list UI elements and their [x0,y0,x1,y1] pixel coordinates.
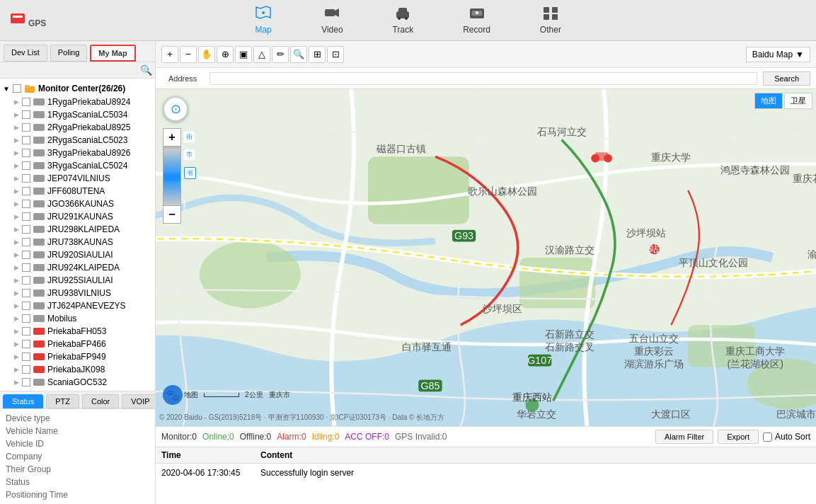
zoom-out-button[interactable]: − [163,205,181,224]
tree-root[interactable]: ▼ Monitor Center(26/26) [3,81,152,96]
checkbox[interactable] [22,276,30,285]
list-item[interactable]: ▶ JFF608UTENA [3,185,152,197]
list-item[interactable]: ▶ JRU924KLAIPEDA [3,261,152,274]
checkbox[interactable] [22,289,30,297]
acc-status: ACC OFF:0 [345,432,389,442]
list-item[interactable]: ▶ PriekabaFH053 [3,325,152,338]
list-item[interactable]: ▶ 3RygaPriekabaU8926 [3,147,152,159]
list-item[interactable]: ▶ 3RygaScaniaLC5024 [3,159,152,172]
checkbox[interactable] [22,353,30,361]
checkbox[interactable] [22,136,30,144]
checkbox[interactable] [22,340,30,348]
toolbar-poly[interactable]: △ [253,46,270,63]
toolbar-grid[interactable]: ⊞ [309,46,326,63]
checkbox[interactable] [22,187,30,195]
nav-item-video[interactable]: Video [307,1,357,39]
tab-ptz[interactable]: PTZ [46,394,79,408]
alarm-filter-button[interactable]: Alarm Filter [655,430,713,444]
vehicle-icon [33,379,45,386]
map-controls: ⊙ [163,96,188,122]
toolbar-zoom-in[interactable]: + [161,46,178,63]
map-type-map[interactable]: 地图 [754,93,783,109]
checkbox[interactable] [22,174,30,183]
list-item[interactable]: ▶ Mobilus [3,312,152,325]
info-label: Their Group [6,464,69,474]
list-item[interactable]: ▶ PriekabaFP466 [3,338,152,350]
list-item[interactable]: ▶ PriekabaJK098 [3,363,152,376]
list-item[interactable]: ▶ PriekabaFP949 [3,350,152,363]
toolbar-pan[interactable]: ✋ [198,46,215,63]
svg-text:重庆大学: 重庆大学 [651,151,691,163]
tree-expand-icon: ▶ [14,213,19,220]
tab-my-map[interactable]: My Map [90,45,135,62]
vehicle-icon [33,340,45,348]
checkbox[interactable] [22,200,30,208]
checkbox[interactable] [22,110,30,119]
toolbar-draw[interactable]: ✏ [272,46,289,63]
checkbox[interactable] [22,225,30,234]
svg-text:石新路交叉: 石新路交叉 [545,341,594,353]
toolbar-rect[interactable]: ▣ [235,46,252,63]
checkbox[interactable] [22,302,30,310]
zoom-in-button[interactable]: + [163,128,181,147]
checkbox[interactable] [22,123,30,132]
nav-item-map[interactable]: Map [241,1,286,39]
gps-status: GPS Invalid:0 [395,432,447,442]
list-item[interactable]: ▶ JGO366KAUNAS [3,197,152,210]
nav-item-other[interactable]: Other [526,1,575,39]
checkbox[interactable] [22,263,30,272]
toolbar-zoom-out[interactable]: − [180,46,197,63]
compass-button[interactable]: ⊙ [163,96,188,122]
tab-voip[interactable]: VOIP [122,394,159,408]
device-name: 3RygaPriekabaU8926 [47,148,130,158]
list-item[interactable]: ▶ JRU291KAUNAS [3,210,152,223]
nav-items: Map Video Track [241,1,575,39]
nav-item-record[interactable]: Record [449,1,505,39]
toolbar-search[interactable]: 🔍 [290,46,307,63]
nav-record-label: Record [463,25,490,35]
search-button[interactable]: Search [763,71,810,86]
map-type-selector[interactable]: Baidu Map ▼ [746,47,810,62]
list-item[interactable]: ▶ ScaniaGOC532 [3,376,152,389]
checkbox[interactable] [22,327,30,336]
list-item[interactable]: ▶ JRU925SIAULIAI [3,274,152,287]
right-content: + − ✋ ⊕ ▣ △ ✏ 🔍 ⊞ ⊡ Baidu Map ▼ Address … [156,41,816,504]
sidebar-search-icon[interactable]: 🔍 [140,64,152,76]
list-item[interactable]: ▶ 1RygaScaniaLC5034 [3,108,152,121]
list-item[interactable]: ▶ JRU298KLAIPEDA [3,223,152,236]
map-type-satellite[interactable]: 卫星 [784,93,812,109]
info-label: Device type [6,413,69,423]
toolbar-circle[interactable]: ⊕ [217,46,234,63]
tab-status[interactable]: Status [3,394,43,408]
tab-color[interactable]: Color [82,394,119,408]
device-tree[interactable]: ▼ Monitor Center(26/26) ▶ 1RygaPriekabaU… [0,79,155,391]
checkbox[interactable] [22,251,30,259]
map-container[interactable]: 磁器口古镇 石马河立交 歌乐山森林公园 重庆大学 鸿恩寺森林公园 重庆花卉公园 … [156,89,816,426]
list-item[interactable]: ▶ 2RygaPriekabaU8925 [3,121,152,134]
nav-item-track[interactable]: Track [379,1,428,39]
tree-expand-icon: ▶ [14,315,19,322]
toolbar-fit[interactable]: ⊡ [327,46,344,63]
address-input[interactable] [209,72,757,85]
list-item[interactable]: ▶ JRU920SIAULIAI [3,248,152,261]
checkbox[interactable] [22,161,30,170]
checkbox[interactable] [22,314,30,323]
list-item[interactable]: ▶ 1RygaPriekabaU8924 [3,96,152,108]
export-button[interactable]: Export [718,430,759,444]
checkbox[interactable] [22,98,30,106]
checkbox[interactable] [22,238,30,246]
checkbox[interactable] [22,365,30,374]
checkbox[interactable] [22,212,30,221]
checkbox[interactable] [22,378,30,386]
tree-root-checkbox[interactable] [13,84,21,93]
checkbox[interactable] [22,149,30,157]
list-item[interactable]: ▶ JRU938VILNIUS [3,287,152,299]
list-item[interactable]: ▶ 2RygaScaniaLC5023 [3,134,152,147]
list-item[interactable]: ▶ JEP074VILNIUS [3,172,152,185]
vehicle-icon [33,162,45,169]
list-item[interactable]: ▶ JRU738KAUNAS [3,236,152,248]
auto-sort-checkbox[interactable] [763,433,772,442]
tab-dev-list[interactable]: Dev List [4,45,47,62]
tab-poling[interactable]: Poling [50,45,88,62]
list-item[interactable]: ▶ JTJ624PANEVEZYS [3,299,152,312]
